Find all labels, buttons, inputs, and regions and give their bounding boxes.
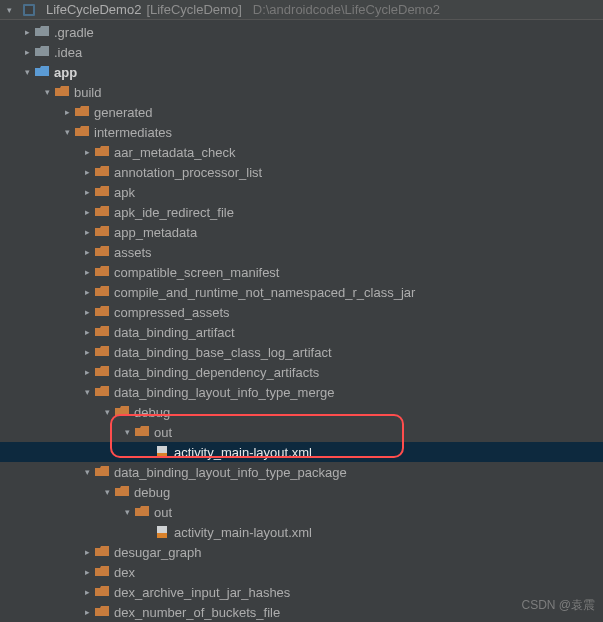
svg-rect-3 (157, 453, 167, 458)
chevron-down-icon: ▾ (102, 407, 112, 417)
folder-icon (94, 324, 110, 340)
chevron-down-icon: ▾ (82, 467, 92, 477)
chevron-right-icon: ▸ (82, 567, 92, 577)
tree-item[interactable]: ▸desugar_graph (0, 542, 603, 562)
chevron-right-icon: ▸ (82, 187, 92, 197)
tree-label: out (154, 505, 172, 520)
tree-item-package[interactable]: ▾data_binding_layout_info_type_package (0, 462, 603, 482)
tree-label: apk (114, 185, 135, 200)
tree-item-app[interactable]: ▾ app (0, 62, 603, 82)
chevron-right-icon: ▸ (82, 247, 92, 257)
tree-item-merge[interactable]: ▾data_binding_layout_info_type_merge (0, 382, 603, 402)
folder-icon (94, 564, 110, 580)
tree-label: dex (114, 565, 135, 580)
tree-item[interactable]: ▸data_binding_base_class_log_artifact (0, 342, 603, 362)
tree-label: activity_main-layout.xml (174, 525, 312, 540)
tree-label: data_binding_dependency_artifacts (114, 365, 319, 380)
tree-item-activity-main-layout-xml2[interactable]: activity_main-layout.xml (0, 522, 603, 542)
chevron-right-icon: ▸ (82, 227, 92, 237)
folder-icon (74, 124, 90, 140)
tree-item-activity-main-layout-xml[interactable]: activity_main-layout.xml (0, 442, 603, 462)
tree-label: data_binding_base_class_log_artifact (114, 345, 332, 360)
folder-icon (34, 44, 50, 60)
svg-rect-1 (25, 6, 33, 14)
tree-label: build (74, 85, 101, 100)
tree-item-out2[interactable]: ▾out (0, 502, 603, 522)
tree-item[interactable]: ▸dex (0, 562, 603, 582)
module-bracket: [LifeCycleDemo] (146, 2, 241, 17)
chevron-right-icon: ▸ (82, 607, 92, 617)
chevron-right-icon: ▸ (82, 367, 92, 377)
folder-icon (94, 344, 110, 360)
tree-item-debug[interactable]: ▾debug (0, 402, 603, 422)
tree-item[interactable]: ▸assets (0, 242, 603, 262)
project-header[interactable]: ▾ LifeCycleDemo2 [LifeCycleDemo] D:\andr… (0, 0, 603, 20)
folder-icon (34, 24, 50, 40)
folder-icon (94, 164, 110, 180)
chevron-down-icon: ▾ (102, 487, 112, 497)
folder-icon (94, 604, 110, 620)
project-path: D:\androidcode\LifeCycleDemo2 (253, 2, 440, 17)
tree-item[interactable]: ▸annotation_processor_list (0, 162, 603, 182)
tree-item-idea[interactable]: ▸ .idea (0, 42, 603, 62)
tree-label: compressed_assets (114, 305, 230, 320)
module-icon (21, 2, 37, 18)
tree-item-intermediates[interactable]: ▾ intermediates (0, 122, 603, 142)
chevron-down-icon: ▾ (62, 127, 72, 137)
tree-item[interactable]: ▸data_binding_dependency_artifacts (0, 362, 603, 382)
tree-item[interactable]: ▸app_metadata (0, 222, 603, 242)
folder-icon (94, 584, 110, 600)
chevron-right-icon: ▸ (82, 207, 92, 217)
tree-item-debug2[interactable]: ▾debug (0, 482, 603, 502)
tree-item[interactable]: ▸dex_archive_input_jar_hashes (0, 582, 603, 602)
tree-item[interactable]: ▸compressed_assets (0, 302, 603, 322)
tree-label: compatible_screen_manifest (114, 265, 279, 280)
tree-item[interactable]: ▸apk_ide_redirect_file (0, 202, 603, 222)
chevron-down-icon: ▾ (122, 507, 132, 517)
chevron-down-icon: ▾ (22, 67, 32, 77)
tree-label: app (54, 65, 77, 80)
folder-icon (94, 384, 110, 400)
tree-item[interactable]: ▸compile_and_runtime_not_namespaced_r_cl… (0, 282, 603, 302)
tree-label: debug (134, 405, 170, 420)
chevron-right-icon: ▸ (82, 327, 92, 337)
tree-label: dex_archive_input_jar_hashes (114, 585, 290, 600)
tree-item[interactable]: ▸apk (0, 182, 603, 202)
svg-rect-5 (157, 533, 167, 538)
tree-item[interactable]: ▸aar_metadata_check (0, 142, 603, 162)
watermark: CSDN @袁震 (521, 597, 595, 614)
folder-icon (54, 84, 70, 100)
tree-item-generated[interactable]: ▸ generated (0, 102, 603, 122)
tree-label: activity_main-layout.xml (174, 445, 312, 460)
tree-label: dex_number_of_buckets_file (114, 605, 280, 620)
tree-label: assets (114, 245, 152, 260)
tree-item-gradle[interactable]: ▸ .gradle (0, 22, 603, 42)
folder-icon (94, 204, 110, 220)
folder-icon (114, 404, 130, 420)
chevron-right-icon: ▸ (82, 267, 92, 277)
tree-item-build[interactable]: ▾ build (0, 82, 603, 102)
tree-label: debug (134, 485, 170, 500)
folder-icon (134, 424, 150, 440)
tree-label: out (154, 425, 172, 440)
tree-label: data_binding_layout_info_type_merge (114, 385, 334, 400)
tree-item-out[interactable]: ▾out (0, 422, 603, 442)
folder-icon (74, 104, 90, 120)
tree-item[interactable]: ▸data_binding_artifact (0, 322, 603, 342)
folder-icon (114, 484, 130, 500)
folder-icon (94, 464, 110, 480)
chevron-down-icon: ▾ (82, 387, 92, 397)
folder-icon (94, 244, 110, 260)
chevron-right-icon: ▸ (82, 167, 92, 177)
tree-item[interactable]: ▸compatible_screen_manifest (0, 262, 603, 282)
folder-icon (94, 304, 110, 320)
tree-label: data_binding_artifact (114, 325, 235, 340)
chevron-right-icon: ▸ (22, 27, 32, 37)
tree-label: .gradle (54, 25, 94, 40)
chevron-down-icon: ▾ (42, 87, 52, 97)
folder-icon (94, 144, 110, 160)
tree-item[interactable]: ▸dex_number_of_buckets_file (0, 602, 603, 622)
folder-icon (94, 544, 110, 560)
chevron-right-icon: ▸ (62, 107, 72, 117)
chevron-down-icon: ▾ (4, 5, 14, 15)
